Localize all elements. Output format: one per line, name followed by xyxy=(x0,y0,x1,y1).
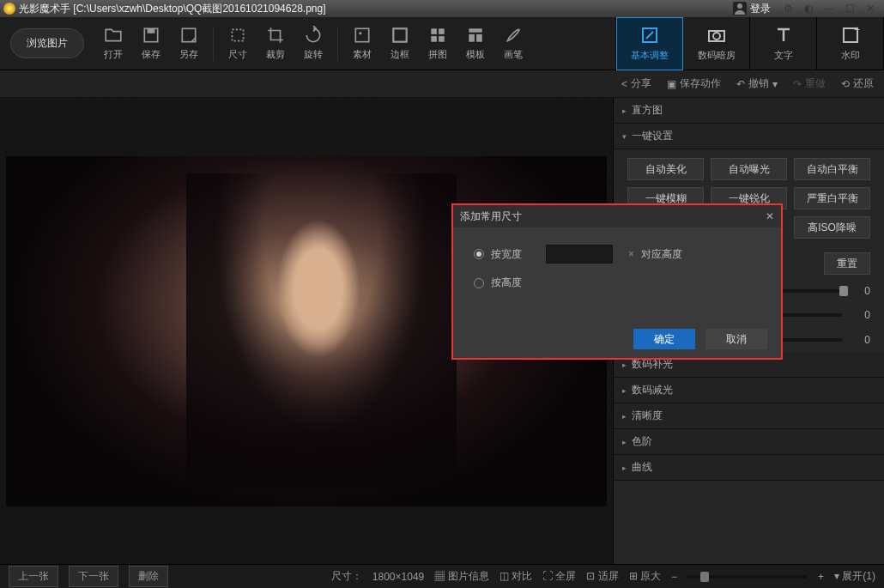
tool-border[interactable]: 边框 xyxy=(381,18,419,70)
compare-button[interactable]: ◫ 对比 xyxy=(500,569,532,584)
toolbar-separator xyxy=(337,27,338,61)
resize-icon xyxy=(228,26,247,45)
preset-auto-exposure[interactable]: 自动曝光 xyxy=(711,158,787,180)
tab-text[interactable]: 文字 xyxy=(750,17,817,70)
restore-icon: ⟲ xyxy=(841,78,850,90)
tool-material[interactable]: 素材 xyxy=(343,18,381,70)
cancel-button[interactable]: 取消 xyxy=(705,329,767,349)
preset-auto-beautify[interactable]: 自动美化 xyxy=(627,158,704,180)
dialog-footer: 确定 取消 xyxy=(453,320,781,358)
login-label: 登录 xyxy=(750,2,771,16)
section-clarity[interactable]: ▸清晰度 xyxy=(614,403,884,429)
chevron-right-icon: ▸ xyxy=(622,464,627,472)
fit-button[interactable]: ⊡ 适屏 xyxy=(586,569,618,584)
material-icon xyxy=(353,26,372,45)
radio-by-width[interactable] xyxy=(474,249,484,259)
actionbar: <分享 ▣保存动作 ↶撤销▾ ↷重做 ⟲还原 xyxy=(0,70,884,98)
svg-rect-7 xyxy=(393,28,406,41)
tool-size[interactable]: 尺寸 xyxy=(219,18,257,70)
chevron-down-icon: ▾ xyxy=(772,78,778,90)
tool-saveas[interactable]: 另存 xyxy=(170,18,208,70)
original-button[interactable]: ⊞ 原大 xyxy=(629,569,661,584)
minimize-button[interactable]: ─ xyxy=(819,2,839,15)
restore-button[interactable]: ⟲还原 xyxy=(841,76,874,91)
tab-watermark[interactable]: +水印 xyxy=(817,17,884,70)
fullscreen-button[interactable]: ⛶ 全屏 xyxy=(542,569,576,584)
next-image-button[interactable]: 下一张 xyxy=(69,566,118,587)
zoom-out-button[interactable]: − xyxy=(671,571,677,583)
collage-icon xyxy=(428,26,447,45)
preset-high-iso[interactable]: 高ISO降噪 xyxy=(794,216,870,239)
close-button[interactable]: ✕ xyxy=(860,2,881,15)
svg-point-17 xyxy=(713,33,720,39)
svg-point-6 xyxy=(359,32,361,34)
section-levels[interactable]: ▸色阶 xyxy=(614,429,884,455)
section-curves[interactable]: ▸曲线 xyxy=(614,455,884,481)
radio-by-width-row[interactable]: 按宽度 × 对应高度 xyxy=(474,245,760,264)
radio-by-height-row[interactable]: 按高度 xyxy=(474,276,760,290)
svg-rect-4 xyxy=(232,29,243,40)
tab-darkroom[interactable]: 数码暗房 xyxy=(683,17,750,70)
maximize-button[interactable]: ☐ xyxy=(839,2,860,15)
browse-images-button[interactable]: 浏览图片 xyxy=(10,28,84,58)
chevron-right-icon: ▸ xyxy=(622,106,627,115)
zoom-slider[interactable] xyxy=(687,575,808,579)
section-digital-reduce[interactable]: ▸数码减光 xyxy=(614,378,884,403)
tool-collage[interactable]: 拼图 xyxy=(419,18,457,70)
svg-text:+: + xyxy=(854,25,860,36)
saveas-icon xyxy=(179,26,198,45)
svg-rect-11 xyxy=(439,36,445,42)
preset-auto-wb[interactable]: 自动白平衡 xyxy=(794,158,870,180)
tool-open[interactable]: 打开 xyxy=(94,18,132,70)
svg-rect-10 xyxy=(431,36,437,42)
svg-rect-9 xyxy=(439,28,445,34)
section-histogram[interactable]: ▸直方图 xyxy=(614,98,884,124)
section-onekey[interactable]: ▾一键设置 xyxy=(614,124,884,149)
tab-basic-adjust[interactable]: 基本调整 xyxy=(616,17,683,70)
preset-heavy-wb[interactable]: 严重白平衡 xyxy=(794,187,870,209)
expand-button[interactable]: ▾ 展开(1) xyxy=(834,569,875,584)
prev-image-button[interactable]: 上一张 xyxy=(9,566,58,587)
tool-save[interactable]: 保存 xyxy=(132,18,170,70)
radio-by-height[interactable] xyxy=(474,278,484,288)
login-button[interactable]: 登录 xyxy=(733,2,771,16)
reset-button[interactable]: 重置 xyxy=(824,252,870,275)
right-tabs: 基本调整 数码暗房 文字 +水印 xyxy=(615,17,884,70)
svg-rect-13 xyxy=(469,34,475,42)
undo-button[interactable]: ↶撤销▾ xyxy=(736,76,778,91)
tool-brush[interactable]: 画笔 xyxy=(494,18,532,70)
rotate-icon xyxy=(304,26,323,45)
delete-button[interactable]: 删除 xyxy=(129,566,168,587)
tool-crop[interactable]: 裁剪 xyxy=(257,18,294,70)
template-icon xyxy=(466,26,485,45)
info-button[interactable]: ▦ 图片信息 xyxy=(434,569,488,584)
border-icon xyxy=(391,26,409,45)
chevron-right-icon: ▸ xyxy=(622,412,627,421)
tool-rotate[interactable]: 旋转 xyxy=(294,18,332,70)
svg-rect-12 xyxy=(469,28,481,32)
settings-icon[interactable]: ⚙ xyxy=(778,2,798,15)
times-icon: × xyxy=(628,248,634,260)
redo-button[interactable]: ↷重做 xyxy=(793,76,826,91)
file-path: [C:\Users\xzwh\Desktop\QQ截图2016102109462… xyxy=(73,3,325,15)
zoom-thumb[interactable] xyxy=(700,572,709,582)
tool-template[interactable]: 模板 xyxy=(457,18,494,70)
share-icon: < xyxy=(621,78,627,90)
camera-icon xyxy=(706,25,727,45)
svg-point-0 xyxy=(737,3,742,9)
titlebar: 光影魔术手 [C:\Users\xzwh\Desktop\QQ截图2016102… xyxy=(0,0,884,17)
zoom-in-button[interactable]: + xyxy=(818,571,824,583)
main-toolbar: 浏览图片 打开 保存 另存 尺寸 裁剪 旋转 素材 边框 拼图 模板 画笔 基本… xyxy=(0,17,884,70)
user-icon xyxy=(733,2,747,15)
dialog-close-button[interactable]: ✕ xyxy=(766,210,774,222)
ok-button[interactable]: 确定 xyxy=(633,329,695,349)
add-size-dialog: 添加常用尺寸 ✕ 按宽度 × 对应高度 按高度 确定 取消 xyxy=(451,203,783,360)
width-input[interactable] xyxy=(546,245,613,264)
dialog-title: 添加常用尺寸 xyxy=(460,209,522,224)
share-button[interactable]: <分享 xyxy=(621,76,651,91)
text-icon xyxy=(773,25,794,45)
size-value: 1800×1049 xyxy=(372,571,424,583)
slider-thumb[interactable] xyxy=(839,286,848,296)
save-action-button[interactable]: ▣保存动作 xyxy=(667,76,721,91)
theme-icon[interactable]: ◐ xyxy=(798,2,819,15)
